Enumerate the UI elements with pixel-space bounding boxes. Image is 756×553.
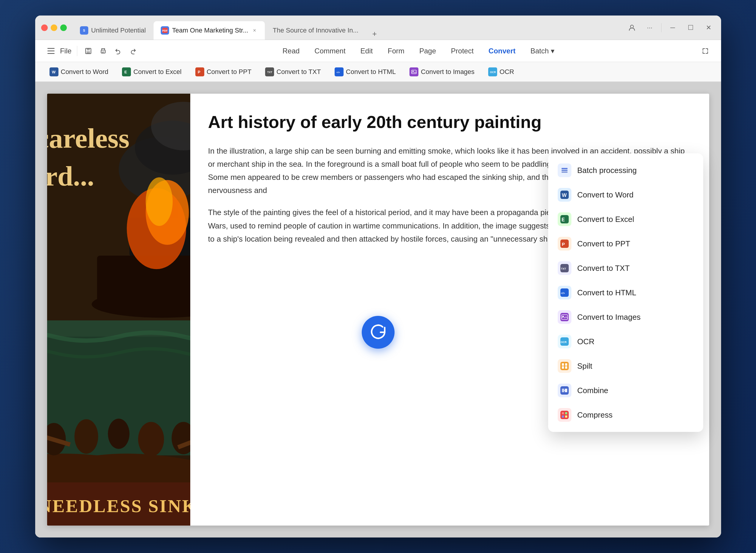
app-window: S Unlimited Potential PDF Team One Marke…	[35, 15, 721, 538]
traffic-lights	[41, 24, 67, 31]
dropdown-item-html[interactable]: </> Convert to HTML	[548, 281, 703, 305]
nav-read[interactable]: Read	[276, 44, 306, 58]
svg-rect-70	[562, 389, 564, 392]
convert-to-excel-button[interactable]: E Convert to Excel	[116, 64, 187, 79]
dropdown-item-split[interactable]: Spilt	[548, 354, 703, 378]
convert-action-button[interactable]	[362, 316, 395, 349]
tab-unlimited-icon: S	[80, 26, 88, 34]
svg-text:TXT: TXT	[267, 71, 272, 74]
ocr-icon: OCR	[488, 67, 497, 76]
dropdown-item-excel[interactable]: E Convert to Excel	[548, 207, 703, 231]
close-window-button[interactable]	[41, 24, 48, 31]
ppt-icon: P	[195, 67, 204, 76]
dropdown-word-label: Convert to Word	[577, 190, 634, 200]
tab-teamone-close[interactable]: ×	[251, 27, 258, 34]
tab-source[interactable]: The Source of Innovative In...	[265, 21, 365, 40]
convert-to-txt-button[interactable]: TXT Convert to TXT	[260, 64, 326, 79]
dropdown-item-compress[interactable]: Compress	[548, 403, 703, 427]
window-minimize-button[interactable]: ─	[666, 21, 679, 34]
file-menu-button[interactable]: File	[59, 44, 73, 58]
svg-rect-5	[48, 48, 55, 49]
svg-rect-47	[562, 170, 568, 171]
svg-text:W: W	[52, 70, 56, 74]
dropdown-ocr-icon: OCR	[558, 335, 571, 348]
dropdown-ppt-label: Convert to PPT	[577, 239, 631, 248]
painting-panel: A careless word... ...A NEEDLESS SINKING	[47, 94, 190, 526]
tab-teamone[interactable]: PDF Team One Marketing Str... ×	[154, 21, 265, 40]
toolbar-right	[697, 44, 712, 58]
minimize-window-button[interactable]	[51, 24, 57, 31]
dropdown-txt-label: Convert to TXT	[577, 264, 630, 273]
nav-batch[interactable]: Batch ▾	[524, 44, 561, 58]
convert-to-html-button[interactable]: </> Convert to HTML	[329, 64, 401, 79]
svg-point-34	[146, 177, 173, 226]
dropdown-item-word[interactable]: W Convert to Word	[548, 182, 703, 207]
window-close-button[interactable]: ✕	[702, 21, 715, 34]
nav-menu: Read Comment Edit Form Page Protect Conv…	[140, 44, 697, 58]
dropdown-ppt-icon: P	[558, 237, 571, 250]
dropdown-item-ocr[interactable]: OCR OCR	[548, 329, 703, 354]
expand-button[interactable]	[698, 44, 712, 58]
dropdown-compress-label: Compress	[577, 410, 612, 420]
convert-to-images-button[interactable]: Convert to Images	[404, 64, 480, 79]
dropdown-html-icon: </>	[558, 286, 571, 300]
svg-point-37	[108, 419, 129, 449]
more-button[interactable]: ···	[643, 21, 656, 34]
svg-rect-68	[565, 366, 567, 369]
dropdown-item-txt[interactable]: TXT Convert to TXT	[548, 256, 703, 281]
nav-comment[interactable]: Comment	[308, 44, 352, 58]
user-button[interactable]	[625, 21, 639, 34]
txt-icon: TXT	[265, 67, 274, 76]
dropdown-word-icon: W	[558, 188, 571, 202]
undo-button[interactable]	[111, 44, 125, 58]
svg-rect-64	[560, 362, 569, 370]
dropdown-ocr-label: OCR	[577, 337, 595, 346]
svg-text:S: S	[83, 29, 85, 32]
images-icon	[410, 67, 418, 76]
convert-to-word-button[interactable]: W Convert to Word	[44, 64, 114, 79]
window-restore-button[interactable]: ☐	[684, 21, 697, 34]
svg-text:word...: word...	[47, 160, 94, 191]
redo-button[interactable]	[126, 44, 140, 58]
svg-text:E: E	[562, 217, 565, 222]
tab-unlimited[interactable]: S Unlimited Potential	[73, 21, 153, 40]
nav-convert[interactable]: Convert	[482, 44, 522, 58]
convert-to-ocr-button[interactable]: OCR OCR	[483, 64, 519, 79]
new-tab-button[interactable]: +	[368, 28, 381, 40]
maximize-window-button[interactable]	[60, 24, 67, 31]
toolbar-left: File	[44, 44, 140, 58]
html-icon: </>	[335, 67, 344, 76]
file-label: File	[60, 47, 72, 55]
svg-rect-12	[102, 52, 104, 52]
nav-edit[interactable]: Edit	[354, 44, 380, 58]
nav-form[interactable]: Form	[381, 44, 411, 58]
dropdown-item-ppt[interactable]: P Convert to PPT	[548, 231, 703, 256]
nav-protect[interactable]: Protect	[444, 44, 480, 58]
nav-page[interactable]: Page	[413, 44, 442, 58]
svg-rect-75	[562, 415, 564, 417]
dropdown-excel-label: Convert to Excel	[577, 215, 634, 224]
excel-icon: E	[122, 67, 131, 76]
hamburger-menu-button[interactable]	[44, 44, 58, 58]
svg-rect-48	[562, 171, 568, 173]
svg-rect-73	[562, 412, 564, 414]
dropdown-split-label: Spilt	[577, 362, 593, 371]
svg-rect-67	[562, 366, 564, 369]
svg-rect-66	[565, 363, 567, 366]
dropdown-html-label: Convert to HTML	[577, 288, 637, 297]
tab-teamone-icon: PDF	[161, 26, 169, 34]
dropdown-compress-icon	[558, 408, 571, 422]
svg-rect-71	[565, 389, 567, 392]
save-button[interactable]	[81, 44, 95, 58]
dropdown-item-combine[interactable]: Combine	[548, 378, 703, 403]
dropdown-split-icon	[558, 359, 571, 373]
refresh-icon	[369, 323, 387, 341]
svg-text:TXT: TXT	[561, 267, 566, 270]
dropdown-txt-icon: TXT	[558, 261, 571, 275]
print-button[interactable]	[96, 44, 110, 58]
svg-rect-7	[48, 53, 55, 54]
dropdown-item-batch[interactable]: Batch processing	[548, 158, 703, 182]
dropdown-item-images[interactable]: Convert to Images	[548, 305, 703, 329]
svg-text:</>: </>	[561, 292, 565, 295]
convert-to-ppt-button[interactable]: P Convert to PPT	[190, 64, 257, 79]
